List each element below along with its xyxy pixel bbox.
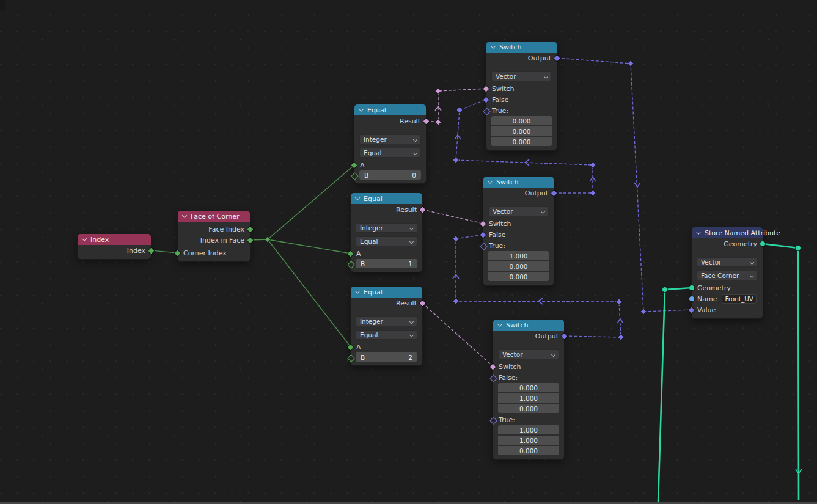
collapse-chevron-icon[interactable] (497, 321, 502, 326)
value-field[interactable]: 0.000 (491, 116, 552, 125)
dropdown-equal[interactable]: Equal (359, 148, 421, 158)
node-header[interactable]: Equal (354, 104, 426, 115)
node-title: Face of Corner (191, 213, 239, 221)
reroute-node[interactable] (435, 88, 441, 94)
node-link (251, 165, 354, 240)
socket-label: Output (528, 54, 551, 62)
node-editor-canvas[interactable]: { "editor": {"label": "geometry-node-edi… (0, 0, 817, 504)
node-switch-c[interactable]: SwitchOutputVectorSwitchFalse:0.0001.000… (493, 320, 564, 459)
node-link (268, 239, 351, 254)
node-switch-b[interactable]: SwitchOutputVectorSwitchFalseTrue:1.0000… (483, 177, 554, 285)
reroute-node[interactable] (662, 287, 668, 293)
socket-label: Index in Face (200, 236, 244, 244)
output-row-geometry: Geometry (692, 238, 763, 249)
value-field[interactable]: 0.000 (491, 137, 552, 146)
socket-label: Switch (489, 220, 511, 228)
node-index[interactable]: IndexIndex (78, 234, 151, 259)
node-switch-a[interactable]: SwitchOutputVectorSwitchFalseTrue:0.0000… (486, 42, 557, 150)
value-field[interactable]: 1.000 (498, 425, 559, 434)
dropdown-vector[interactable]: Vector (697, 257, 758, 267)
field-value: 0 (412, 172, 416, 179)
reroute-node[interactable] (640, 309, 647, 315)
reroute-node[interactable] (453, 157, 459, 163)
dropdown-vector[interactable]: Vector (498, 349, 559, 359)
socket-output-geometry[interactable] (760, 241, 765, 246)
reroute-node[interactable] (590, 162, 596, 168)
collapse-chevron-icon[interactable] (355, 195, 360, 200)
reroute-node[interactable] (435, 119, 441, 125)
input-row-true: True: (483, 240, 554, 251)
value-field[interactable]: 0.000 (488, 261, 549, 271)
collapse-chevron-icon[interactable] (488, 178, 493, 183)
value-field[interactable]: 1.000 (488, 251, 549, 260)
value-field[interactable]: 0.000 (498, 383, 559, 392)
node-equal-a[interactable]: EqualResultIntegerEqualAB0 (354, 104, 426, 183)
input-row-value: Value (692, 304, 763, 315)
dropdown-integer[interactable]: Integer (356, 223, 417, 233)
node-equal-b[interactable]: EqualResultIntegerEqualAB1 (351, 193, 422, 272)
socket-input-geometry[interactable] (689, 285, 694, 290)
dropdown-integer[interactable]: Integer (356, 316, 417, 326)
node-equal-c[interactable]: EqualResultIntegerEqualAB2 (351, 287, 422, 365)
dropdown-equal[interactable]: Equal (356, 330, 417, 340)
node-store-named-attribute[interactable]: Store Named AttributeGeometryVectorFace … (692, 227, 763, 318)
reroute-node[interactable] (265, 236, 271, 243)
dropdown-equal[interactable]: Equal (356, 236, 417, 246)
node-header[interactable]: Index (78, 234, 151, 245)
name-text-input[interactable]: Front_UV (722, 294, 757, 304)
value-field[interactable]: 0.000 (498, 446, 559, 455)
socket-label: Geometry (724, 240, 757, 248)
dropdown-vector[interactable]: Vector (488, 206, 549, 216)
socket-input-b[interactable] (351, 172, 359, 180)
reroute-node[interactable] (796, 246, 801, 251)
socket-label: A (360, 161, 365, 169)
node-face-of-corner[interactable]: Face of CornerFace IndexIndex in FaceCor… (178, 211, 250, 261)
reroute-node[interactable] (453, 298, 459, 304)
reroute-node[interactable] (590, 190, 596, 196)
collapse-chevron-icon[interactable] (182, 213, 187, 217)
value-field[interactable]: 1.000 (498, 436, 559, 445)
reroute-node[interactable] (618, 334, 624, 340)
socket-input-b[interactable] (347, 354, 355, 362)
value-field[interactable]: 0.000 (498, 404, 559, 413)
editor-corner (0, 0, 5, 11)
dropdown-integer[interactable]: Integer (359, 134, 421, 144)
value-field-b[interactable]: B1 (356, 259, 417, 268)
spacer (351, 215, 422, 221)
dropdown-value: Integer (360, 318, 383, 325)
value-field[interactable]: 0.000 (488, 272, 549, 281)
field-label: B (361, 260, 365, 268)
reroute-node[interactable] (456, 107, 463, 113)
vector-value-group: 0.0001.0000.000 (498, 383, 559, 413)
collapse-chevron-icon[interactable] (82, 236, 87, 241)
reroute-node[interactable] (616, 299, 622, 305)
collapse-chevron-icon[interactable] (355, 288, 360, 293)
node-header[interactable]: Store Named Attribute (692, 227, 763, 238)
socket-input-name[interactable] (689, 296, 694, 301)
chevron-down-icon (750, 273, 754, 277)
socket-label: False (492, 96, 509, 104)
dropdown-face-corner[interactable]: Face Corner (697, 271, 758, 280)
node-header[interactable]: Face of Corner (178, 211, 250, 222)
node-title: Equal (364, 195, 383, 203)
collapse-chevron-icon[interactable] (491, 43, 496, 48)
value-field-b[interactable]: B0 (359, 170, 421, 180)
value-field[interactable]: 1.000 (498, 393, 559, 403)
node-header[interactable]: Equal (351, 287, 422, 298)
node-link (658, 288, 692, 502)
socket-input-b[interactable] (347, 261, 355, 269)
value-field[interactable]: 0.000 (491, 126, 552, 136)
reroute-node[interactable] (453, 236, 459, 242)
node-header[interactable]: Switch (483, 177, 554, 188)
node-header[interactable]: Switch (493, 320, 564, 331)
input-row-corner-index: Corner Index (178, 247, 250, 258)
collapse-chevron-icon[interactable] (359, 106, 364, 111)
vector-value-group: 0.0000.0000.000 (491, 116, 552, 146)
collapse-chevron-icon[interactable] (696, 229, 701, 234)
value-field-b[interactable]: B2 (356, 352, 417, 362)
dropdown-vector[interactable]: Vector (491, 71, 552, 81)
node-header[interactable]: Equal (351, 193, 422, 204)
node-header[interactable]: Switch (486, 42, 557, 53)
reroute-node[interactable] (628, 60, 634, 67)
node-title: Switch (496, 178, 518, 186)
